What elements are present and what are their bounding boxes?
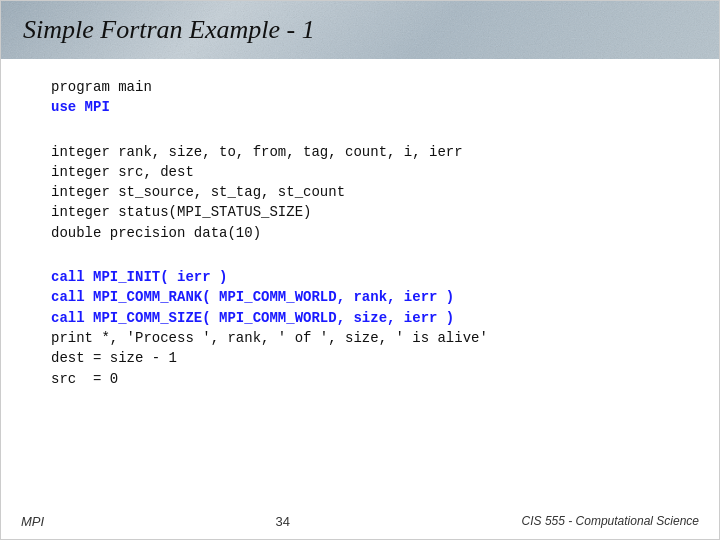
- content-area: program main use MPI integer rank, size,…: [1, 59, 719, 409]
- code-line-5: integer st_source, st_tag, st_count: [51, 182, 669, 202]
- code-block-2: integer rank, size, to, from, tag, count…: [51, 142, 669, 243]
- code-line-7: double precision data(10): [51, 223, 669, 243]
- slide-container: Simple Fortran Example - 1 program main …: [0, 0, 720, 540]
- blank-spacer-1: [51, 128, 669, 142]
- footer-page-number: 34: [276, 514, 290, 529]
- footer-left: MPI: [21, 514, 44, 529]
- code-line-6: integer status(MPI_STATUS_SIZE): [51, 202, 669, 222]
- code-line-13: src = 0: [51, 369, 669, 389]
- footer: MPI 34 CIS 555 - Computational Science: [1, 514, 719, 529]
- code-block-3: call MPI_INIT( ierr ) call MPI_COMM_RANK…: [51, 267, 669, 389]
- code-line-2: use MPI: [51, 97, 669, 117]
- code-line-12: dest = size - 1: [51, 348, 669, 368]
- code-block-1: program main use MPI: [51, 77, 669, 118]
- footer-right: CIS 555 - Computational Science: [522, 514, 699, 529]
- code-line-1: program main: [51, 77, 669, 97]
- code-line-8: call MPI_INIT( ierr ): [51, 267, 669, 287]
- code-line-10: call MPI_COMM_SIZE( MPI_COMM_WORLD, size…: [51, 308, 669, 328]
- slide-title: Simple Fortran Example - 1: [19, 7, 319, 53]
- code-line-9: call MPI_COMM_RANK( MPI_COMM_WORLD, rank…: [51, 287, 669, 307]
- code-line-3: integer rank, size, to, from, tag, count…: [51, 142, 669, 162]
- code-line-4: integer src, dest: [51, 162, 669, 182]
- blank-spacer-2: [51, 253, 669, 267]
- code-line-11: print *, 'Process ', rank, ' of ', size,…: [51, 328, 669, 348]
